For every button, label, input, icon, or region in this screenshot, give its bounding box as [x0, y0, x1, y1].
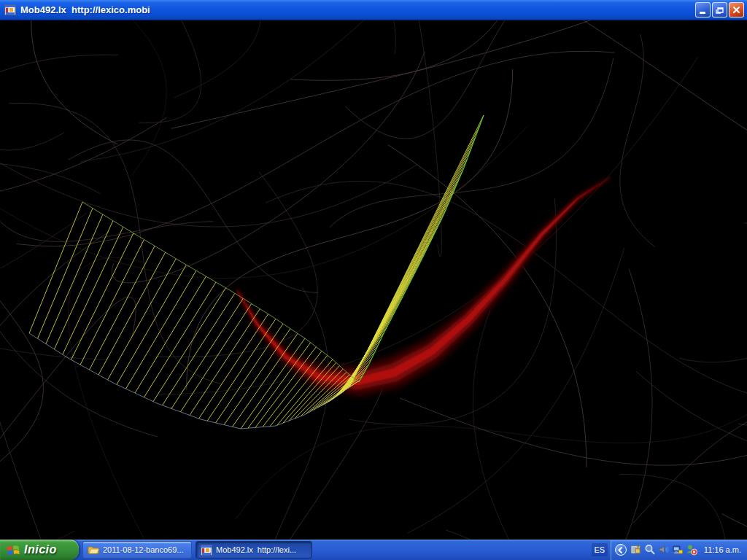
start-button[interactable]: Inicio: [0, 540, 79, 560]
language-indicator[interactable]: ES: [592, 543, 608, 556]
taskbar-button-label: Mob492.lx http://lexi...: [216, 545, 296, 554]
close-button[interactable]: [729, 2, 744, 18]
taskbar: Inicio 2011-08-12-banco69... Mob492.lx h…: [0, 540, 747, 560]
start-button-label: Inicio: [24, 543, 57, 556]
restore-button[interactable]: [712, 2, 727, 18]
window-title: Mob492.lx http://lexico.mobi: [20, 4, 695, 15]
minimize-button[interactable]: [695, 2, 711, 18]
minimize-icon: [697, 4, 708, 15]
volume-icon[interactable]: [658, 544, 670, 556]
network-computer-icon[interactable]: [672, 544, 684, 556]
magnifier-icon[interactable]: [644, 544, 656, 556]
red-brush-stroke: [236, 176, 611, 396]
windows-logo-icon: [6, 542, 20, 557]
touchpad-icon[interactable]: [630, 544, 642, 556]
folder-icon: [88, 544, 99, 556]
taskbar-clock[interactable]: 11:16 a.m.: [704, 545, 741, 554]
generative-art-canvas: [0, 20, 747, 540]
taskbar-button-mob492[interactable]: Mob492.lx http://lexi...: [196, 541, 312, 559]
restore-icon: [714, 4, 725, 15]
form-app-icon: [201, 545, 212, 556]
window-titlebar[interactable]: Mob492.lx http://lexico.mobi: [0, 0, 747, 20]
system-tray: 11:16 a.m.: [611, 540, 747, 560]
window-controls: [695, 2, 744, 18]
taskbar-button-label: 2011-08-12-banco69...: [103, 545, 184, 554]
status-blocked-icon[interactable]: [686, 544, 697, 556]
yellow-ruled-ribbon: [29, 115, 484, 429]
desktop: Mob492.lx http://lexico.mobi: [0, 0, 747, 560]
close-icon: [731, 4, 742, 15]
background-scribbles: [0, 20, 747, 540]
form-app-icon: [4, 4, 16, 15]
chevron-left-icon[interactable]: [615, 544, 627, 556]
taskbar-button-folder[interactable]: 2011-08-12-banco69...: [82, 541, 192, 559]
